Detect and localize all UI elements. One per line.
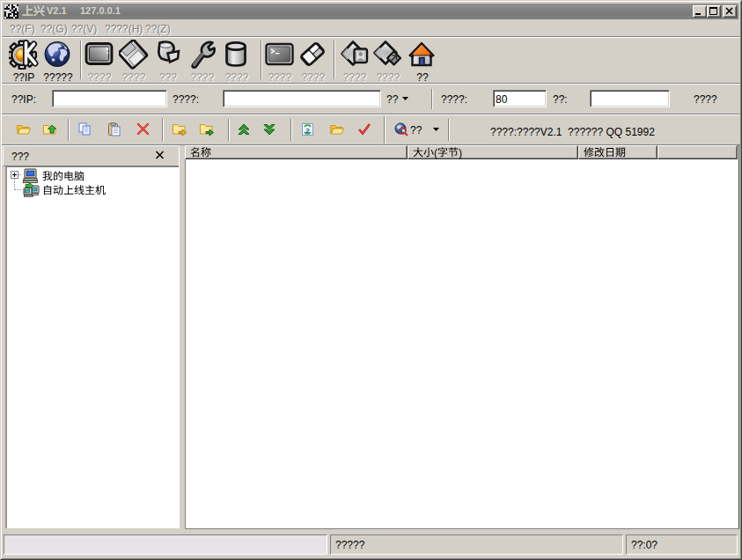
- svg-text:2: 2: [305, 127, 310, 135]
